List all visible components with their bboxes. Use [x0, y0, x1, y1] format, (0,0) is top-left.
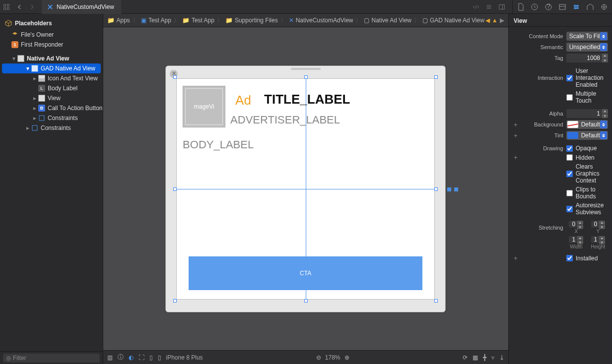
history-inspector-icon[interactable]	[531, 3, 539, 11]
stretch-x-field[interactable]: 0▴▾	[569, 221, 583, 228]
identity-inspector-icon[interactable]	[558, 3, 566, 11]
connections-inspector-icon[interactable]	[600, 3, 608, 11]
resolve-icon[interactable]: ⤓	[499, 354, 504, 361]
tab-title: NativeCustomAdView	[57, 3, 114, 10]
svg-rect-0	[4, 4, 6, 6]
content-mode-popup[interactable]: Scale To Fill	[566, 32, 608, 41]
stretch-w-field[interactable]: 1▴▾	[569, 236, 583, 243]
view-row[interactable]: ▸ View	[0, 93, 103, 103]
back-button[interactable]	[14, 1, 25, 12]
zoom-in-icon[interactable]: ⊕	[344, 354, 349, 361]
alpha-field[interactable]: 1▴▾	[566, 109, 608, 118]
zoom-value[interactable]: 178%	[325, 354, 340, 361]
clears-graphics-checkbox[interactable]: Clears Graphics Context	[566, 163, 608, 184]
files-owner-row[interactable]: File's Owner	[0, 30, 103, 40]
icon-and-text-view-row[interactable]: ▸ Icon And Text View	[0, 73, 103, 83]
disclosure-triangle-icon[interactable]: ▸	[32, 75, 38, 82]
disclosure-triangle-icon[interactable]: ▸	[32, 105, 38, 112]
gad-native-ad-view-canvas[interactable]: mageVi Ad TITLE_LABEL ADVERTISER_LABEL B…	[176, 78, 435, 300]
filter-field[interactable]: ◎ Filter	[3, 354, 100, 363]
add-background-icon[interactable]: +	[513, 121, 519, 128]
breadcrumb-item[interactable]: ▣ Test App	[141, 17, 171, 24]
device-name[interactable]: iPhone 8 Plus	[166, 354, 203, 361]
hidden-checkbox[interactable]: Hidden	[566, 154, 595, 161]
embed-icon[interactable]: ▦	[473, 354, 478, 361]
add-drawing-icon[interactable]: +	[513, 154, 519, 161]
info-icon[interactable]: ⓘ	[118, 353, 124, 362]
svg-point-12	[577, 6, 578, 7]
row-label: Constraints	[41, 124, 71, 131]
cube-icon	[5, 20, 12, 27]
breadcrumb-item[interactable]: 📁 Test App	[182, 17, 214, 24]
related-items-button[interactable]	[1, 1, 12, 12]
add-tint-icon[interactable]: +	[513, 132, 519, 139]
disclosure-triangle-icon[interactable]: ▾	[11, 55, 17, 62]
align-icon[interactable]: ╋	[483, 354, 486, 361]
forward-button[interactable]	[27, 1, 38, 12]
constraints-row[interactable]: ▸ Constraints	[0, 113, 103, 123]
help-inspector-icon[interactable]: ?	[544, 3, 552, 11]
ad-cta-button: CTA	[189, 256, 422, 290]
breadcrumb-item[interactable]: ✕ NativeCustomAdView	[289, 17, 353, 24]
stretching-label: Stretching	[522, 225, 563, 231]
cta-button-row[interactable]: ▸ B Call To Action Button	[0, 103, 103, 113]
stretch-h-field[interactable]: 1▴▾	[591, 236, 606, 243]
warning-prev-icon[interactable]: ◀	[485, 17, 490, 24]
row-label: GAD Native Ad View	[41, 65, 95, 72]
update-frames-icon[interactable]: ⟳	[463, 354, 468, 361]
pin-icon[interactable]: ▿	[491, 354, 494, 361]
body-label-row[interactable]: L Body Label	[0, 83, 103, 93]
first-responder-icon: 1	[11, 41, 19, 49]
constraints-row-2[interactable]: ▸ Constraints	[0, 123, 103, 133]
breadcrumb-item[interactable]: ▢ Native Ad View	[364, 17, 411, 24]
view-icon	[17, 55, 25, 62]
toggle-outline-icon[interactable]: ▥	[107, 354, 113, 361]
disclosure-triangle-icon[interactable]: ▸	[25, 124, 31, 131]
gad-native-ad-view-row[interactable]: ▾ GAD Native Ad View	[2, 63, 101, 73]
tag-field[interactable]: 1008▴▾	[566, 54, 608, 62]
disclosure-triangle-icon[interactable]: ▸	[32, 115, 38, 121]
editor-tab[interactable]: NativeCustomAdView	[42, 0, 121, 14]
breadcrumb-item[interactable]: 📁 Apps	[107, 17, 130, 24]
row-label: Icon And Text View	[48, 75, 98, 82]
code-review-icon[interactable]	[471, 1, 481, 12]
outline-tree[interactable]: Placeholders File's Owner 1 First Respon…	[0, 14, 103, 351]
opaque-checkbox[interactable]: Opaque	[566, 145, 597, 152]
adjust-editor-icon[interactable]	[483, 1, 494, 12]
warning-next-icon[interactable]: ▶	[500, 17, 504, 24]
autoresize-checkbox[interactable]: Autoresize Subviews	[566, 202, 608, 216]
constraints-icon	[31, 124, 39, 132]
file-inspector-icon[interactable]	[517, 3, 525, 11]
first-responder-row[interactable]: 1 First Responder	[0, 40, 103, 50]
breadcrumb-item[interactable]: 📁 Supporting Files	[225, 17, 278, 24]
appearance-icon[interactable]: ◐	[129, 354, 134, 361]
toggle-panel-icon[interactable]	[496, 1, 507, 12]
row-label: Call To Action Button	[48, 105, 103, 112]
row-label: Body Label	[48, 85, 77, 92]
disclosure-triangle-icon[interactable]: ▾	[25, 65, 31, 72]
semantic-popup[interactable]: Unspecified	[566, 43, 608, 52]
device2-icon[interactable]: ▯	[158, 354, 161, 361]
attributes-inspector-icon[interactable]	[572, 3, 580, 11]
installed-checkbox[interactable]: Installed	[566, 255, 598, 262]
zoom-out-icon[interactable]: ⊖	[316, 354, 321, 361]
native-ad-view-row[interactable]: ▾ Native Ad View	[0, 54, 103, 63]
jump-bar[interactable]: 📁 Apps〉 ▣ Test App〉 📁 Test App〉 📁 Suppor…	[103, 14, 508, 27]
button-icon: B	[38, 104, 46, 112]
size-inspector-icon[interactable]	[586, 3, 594, 11]
multiple-touch-checkbox[interactable]: Multiple Touch	[566, 90, 608, 104]
breadcrumb-item[interactable]: ▢ GAD Native Ad View	[422, 17, 484, 24]
stretch-y-field[interactable]: 0▴▾	[591, 221, 606, 228]
disclosure-triangle-icon[interactable]: ▸	[32, 95, 38, 102]
tint-colorwell[interactable]: Default	[566, 131, 608, 140]
user-interaction-checkbox[interactable]: User Interaction Enabled	[566, 67, 608, 88]
warning-icon[interactable]: ▲	[492, 17, 498, 24]
device-icon[interactable]: ▯	[149, 354, 153, 361]
clips-bounds-checkbox[interactable]: Clips to Bounds	[566, 186, 608, 200]
add-installed-icon[interactable]: +	[513, 254, 519, 262]
background-colorwell[interactable]: Default	[566, 120, 608, 129]
ib-canvas[interactable]: ✕ mageVi Ad TITLE_LABEL ADVERTISER_LABEL…	[103, 27, 508, 350]
document-outline: Placeholders File's Owner 1 First Respon…	[0, 14, 103, 364]
orientation-icon[interactable]: ⛶	[138, 354, 144, 361]
inspector-header: View	[509, 15, 612, 27]
